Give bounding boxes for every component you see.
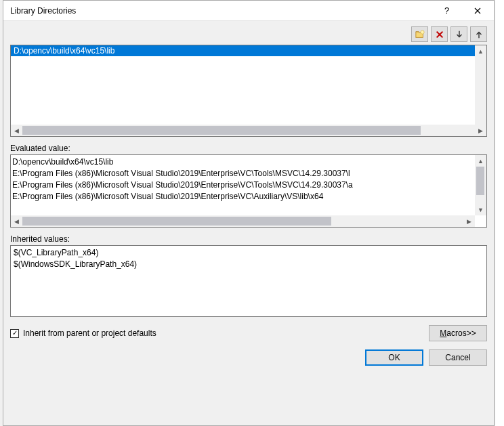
arrow-down-icon [455, 30, 464, 39]
horizontal-scrollbar[interactable]: ◀ ▶ [11, 215, 475, 227]
cancel-button[interactable]: Cancel [429, 349, 487, 366]
scroll-left-icon: ◀ [11, 215, 22, 227]
scroll-thumb[interactable] [476, 167, 484, 195]
titlebar: Library Directories ? [3, 1, 494, 21]
footer-row: ✓ Inherit from parent or project default… [10, 325, 487, 341]
evaluated-line: E:\Program Files (x86)\Microsoft Visual … [12, 168, 485, 179]
evaluated-line: E:\Program Files (x86)\Microsoft Visual … [12, 191, 485, 203]
dialog-buttons: OK Cancel [10, 349, 487, 366]
background-window-edge [495, 0, 504, 426]
scroll-down-icon: ▼ [475, 204, 486, 215]
vertical-scrollbar[interactable]: ▲ ▼ [475, 155, 486, 215]
scroll-up-icon: ▲ [475, 155, 486, 167]
evaluated-line: E:\Program Files (x86)\Microsoft Visual … [12, 179, 485, 191]
delete-x-icon [435, 30, 444, 39]
folder-new-icon [415, 30, 425, 39]
scroll-thumb[interactable] [22, 126, 421, 135]
directories-list-content: D:\opencv\build\x64\vc15\lib ▲ [11, 45, 486, 125]
close-button[interactable] [462, 1, 492, 20]
inherit-checkbox-wrap[interactable]: ✓ Inherit from parent or project default… [10, 328, 429, 338]
inherit-checkbox[interactable]: ✓ [10, 329, 19, 338]
scroll-track [22, 215, 463, 227]
library-directories-dialog: Library Directories ? [3, 0, 495, 426]
macros-button[interactable]: Macros>> [429, 325, 487, 341]
move-up-button[interactable] [470, 26, 487, 42]
toolbar [10, 26, 487, 42]
inherit-checkbox-label: Inherit from parent or project defaults [23, 328, 156, 338]
close-icon [474, 7, 481, 14]
dialog-title: Library Directories [10, 6, 432, 16]
arrow-up-icon [474, 30, 484, 39]
delete-button[interactable] [431, 26, 448, 42]
vertical-scrollbar[interactable]: ▲ [475, 45, 486, 125]
evaluated-label: Evaluated value: [10, 144, 487, 153]
ok-button[interactable]: OK [365, 349, 423, 366]
list-item[interactable]: D:\opencv\build\x64\vc15\lib [11, 45, 486, 56]
inherited-line: $(VC_LibraryPath_x64) [14, 247, 484, 259]
svg-point-1 [420, 30, 423, 33]
inherited-values-box[interactable]: $(VC_LibraryPath_x64) $(WindowsSDK_Libra… [10, 245, 487, 317]
scroll-right-icon: ▶ [463, 215, 475, 227]
evaluated-line: D:\opencv\build\x64\vc15\lib [12, 156, 485, 168]
dialog-content: D:\opencv\build\x64\vc15\lib ▲ ◀ ▶ Evalu… [3, 21, 494, 425]
evaluated-lines: D:\opencv\build\x64\vc15\lib E:\Program … [11, 155, 486, 215]
scroll-right-icon: ▶ [475, 125, 486, 136]
directories-list[interactable]: D:\opencv\build\x64\vc15\lib ▲ ◀ ▶ [10, 45, 487, 137]
scroll-left-icon: ◀ [11, 125, 22, 136]
new-line-button[interactable] [411, 26, 428, 42]
move-down-button[interactable] [450, 26, 467, 42]
horizontal-scrollbar[interactable]: ◀ ▶ [11, 125, 486, 136]
inherited-line: $(WindowsSDK_LibraryPath_x64) [14, 259, 484, 270]
scroll-up-icon: ▲ [475, 45, 486, 57]
evaluated-value-box[interactable]: D:\opencv\build\x64\vc15\lib E:\Program … [10, 154, 487, 228]
scroll-thumb[interactable] [22, 217, 331, 226]
inherited-label: Inherited values: [10, 234, 487, 244]
scroll-track [22, 125, 475, 136]
help-button[interactable]: ? [432, 1, 462, 20]
